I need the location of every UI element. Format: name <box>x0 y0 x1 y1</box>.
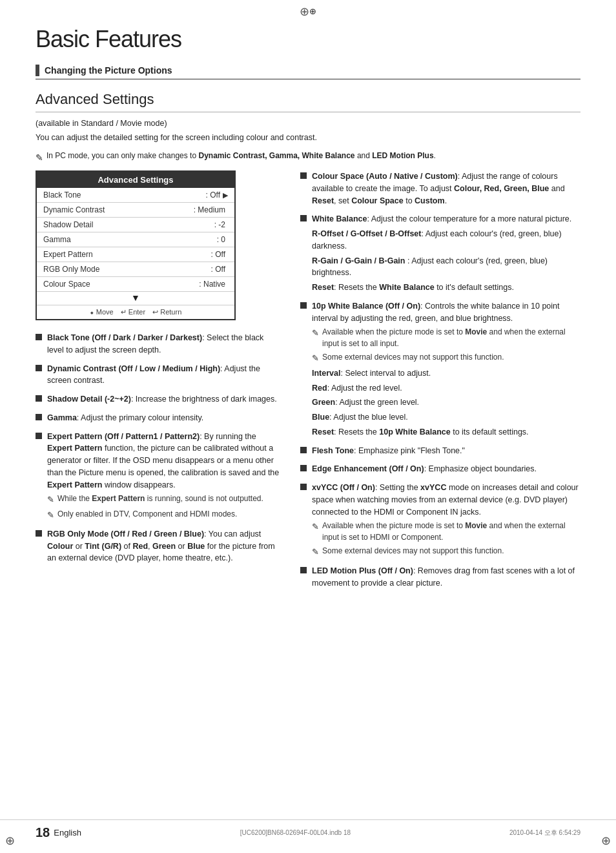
bullet-icon <box>36 433 42 439</box>
table-row: Gamma : 0 <box>37 232 234 247</box>
list-item: Expert Pattern (Off / Pattern1 / Pattern… <box>36 431 281 522</box>
page-title: Basic Features <box>36 26 580 53</box>
pencil-icon: ✎ <box>312 521 319 533</box>
bullet-content: Shadow Detail (-2~+2): Increase the brig… <box>47 393 281 406</box>
row-label-shadow-detail: Shadow Detail <box>43 220 214 229</box>
detail-line: Blue: Adjust the blue level. <box>312 411 580 424</box>
footer-right: 2010-04-14 오후 6:54:29 <box>509 828 580 838</box>
sub-note: ✎ Available when the picture mode is set… <box>312 327 580 349</box>
list-item: Gamma: Adjust the primary colour intensi… <box>36 412 281 424</box>
list-item: RGB Only Mode (Off / Red / Green / Blue)… <box>36 528 281 564</box>
table-nav: ⬥ Move ↵ Enter ↩ Return <box>37 305 234 319</box>
sub-note: ✎ Some external devices may not support … <box>312 546 580 559</box>
bullet-content: White Balance: Adjust the colour tempera… <box>312 213 580 294</box>
footer-left: 18 English <box>36 825 81 840</box>
bullet-icon <box>300 172 307 179</box>
nav-return: ↩ Return <box>152 308 181 316</box>
row-value-rgb-only-mode: : Off <box>211 265 225 274</box>
row-value-gamma: : 0 <box>217 235 225 244</box>
list-item: 10p White Balance (Off / On): Controls t… <box>300 300 580 438</box>
bullet-icon <box>300 447 307 453</box>
table-row: Black Tone : Off ▶ <box>37 188 234 203</box>
sub-note-text: Available when the picture mode is set t… <box>322 520 580 543</box>
pencil-icon: ✎ <box>312 353 319 365</box>
pencil-note-text: In PC mode, you can only make changes to… <box>46 150 436 161</box>
pencil-icon: ✎ <box>312 327 319 340</box>
table-row: RGB Only Mode : Off <box>37 262 234 277</box>
list-item: White Balance: Adjust the colour tempera… <box>300 213 580 294</box>
bullet-content: Expert Pattern (Off / Pattern1 / Pattern… <box>47 431 281 522</box>
section-heading-bar <box>36 65 39 76</box>
sub-note-text: Available when the picture mode is set t… <box>322 327 580 349</box>
sub-note-text: Only enabled in DTV, Component and HDMI … <box>57 509 237 520</box>
pencil-icon: ✎ <box>36 151 43 164</box>
detail-line: R-Gain / G-Gain / B-Gain : Adjust each c… <box>312 255 580 280</box>
footer-center: [UC6200]BN68-02694F-00L04.indb 18 <box>240 829 351 836</box>
two-column-layout: Advanced Settings Black Tone : Off ▶ Dyn… <box>36 170 580 596</box>
row-arrow-black-tone: ▶ <box>223 191 228 200</box>
bullet-content: LED Motion Plus (Off / On): Removes drag… <box>312 565 580 590</box>
left-bullet-list: Black Tone (Off / Dark / Darker / Darkes… <box>36 332 281 564</box>
list-item: Shadow Detail (-2~+2): Increase the brig… <box>36 393 281 406</box>
bullet-icon <box>300 465 307 471</box>
row-label-black-tone: Black Tone <box>43 190 206 200</box>
section-heading: Changing the Picture Options <box>36 65 580 79</box>
bullet-icon <box>36 530 42 537</box>
bullet-content: Black Tone (Off / Dark / Darker / Darkes… <box>47 332 281 356</box>
nav-enter: ↵ Enter <box>121 308 145 316</box>
pencil-icon: ✎ <box>47 509 54 522</box>
list-item: Edge Enhancement (Off / On): Emphasize o… <box>300 463 580 475</box>
row-label-expert-pattern: Expert Pattern <box>43 250 211 259</box>
table-down-arrow: ▼ <box>37 292 234 305</box>
bullet-icon <box>36 395 42 402</box>
table-row: Colour Space : Native <box>37 277 234 292</box>
list-item: Flesh Tone: Emphasize pink "Flesh Tone." <box>300 445 580 457</box>
page-footer: 18 English [UC6200]BN68-02694F-00L04.ind… <box>0 819 616 840</box>
list-item: Colour Space (Auto / Native / Custom): A… <box>300 170 580 207</box>
sub-note: ✎ Some external devices may not support … <box>312 352 580 365</box>
bullet-icon <box>36 414 42 420</box>
bullet-icon <box>36 365 42 371</box>
section-heading-text: Changing the Picture Options <box>45 65 172 76</box>
detail-line: Green: Adjust the green level. <box>312 396 580 409</box>
sub-note: ✎ While the Expert Pattern is running, s… <box>47 493 281 506</box>
pencil-icon: ✎ <box>47 494 54 506</box>
nav-move: ⬥ Move <box>90 308 114 316</box>
list-item: Dynamic Contrast (Off / Low / Medium / H… <box>36 363 281 387</box>
right-column: Colour Space (Auto / Native / Custom): A… <box>300 170 580 596</box>
table-row: Shadow Detail : -2 <box>37 218 234 232</box>
row-label-gamma: Gamma <box>43 235 217 244</box>
row-value-shadow-detail: : -2 <box>214 220 225 229</box>
footer-language: English <box>54 828 81 838</box>
list-item: Black Tone (Off / Dark / Darker / Darkes… <box>36 332 281 356</box>
table-row: Expert Pattern : Off <box>37 247 234 262</box>
page-content: Basic Features Changing the Picture Opti… <box>0 0 616 635</box>
bullet-content: xvYCC (Off / On): Setting the xvYCC mode… <box>312 482 580 559</box>
left-column: Advanced Settings Black Tone : Off ▶ Dyn… <box>36 170 281 596</box>
subsection-title: Advanced Settings <box>36 91 580 112</box>
detail-line: R-Offset / G-Offset / B-Offset: Adjust e… <box>312 228 580 252</box>
bullet-content: Gamma: Adjust the primary colour intensi… <box>47 412 281 424</box>
crosshair-top-icon: ⊕ <box>302 5 314 18</box>
row-label-dynamic-contrast: Dynamic Contrast <box>43 205 194 214</box>
detail-line: Reset: Resets the 10p White Balance to i… <box>312 426 580 438</box>
right-bullet-list: Colour Space (Auto / Native / Custom): A… <box>300 170 580 590</box>
available-note: (available in Standard / Movie mode) <box>36 119 580 128</box>
bullet-icon <box>36 334 42 340</box>
bullet-icon <box>300 302 307 309</box>
row-value-black-tone: : Off <box>206 190 220 200</box>
page-number: 18 <box>36 825 50 840</box>
sub-note: ✎ Only enabled in DTV, Component and HDM… <box>47 509 281 522</box>
bullet-content: 10p White Balance (Off / On): Controls t… <box>312 300 580 438</box>
bullet-content: Colour Space (Auto / Native / Custom): A… <box>312 170 580 207</box>
sub-note-text: Some external devices may not support th… <box>322 546 504 557</box>
sub-note-text: Some external devices may not support th… <box>322 352 504 363</box>
table-row: Dynamic Contrast : Medium <box>37 203 234 218</box>
pencil-note: ✎ In PC mode, you can only make changes … <box>36 150 580 164</box>
list-item: LED Motion Plus (Off / On): Removes drag… <box>300 565 580 590</box>
bullet-icon <box>300 567 307 573</box>
sub-note-text: While the Expert Pattern is running, sou… <box>57 493 263 504</box>
row-value-expert-pattern: : Off <box>211 250 225 259</box>
sub-note: ✎ Available when the picture mode is set… <box>312 520 580 543</box>
bullet-icon <box>300 484 307 490</box>
